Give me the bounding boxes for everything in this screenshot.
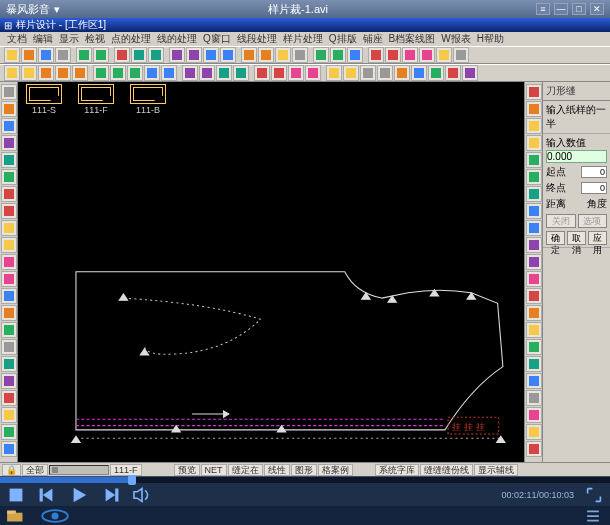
rtool-icon[interactable] [526, 237, 542, 253]
tool2-icon[interactable] [428, 65, 444, 81]
tool2-icon[interactable] [288, 65, 304, 81]
tool2-icon[interactable] [127, 65, 143, 81]
tool-pan-icon[interactable] [330, 47, 346, 63]
tool2-icon[interactable] [216, 65, 232, 81]
ltool-dim-icon[interactable] [1, 356, 17, 372]
ltool-select-icon[interactable] [1, 84, 17, 100]
thumb-111-b[interactable]: 111-B [130, 84, 166, 116]
rtool-icon[interactable] [526, 373, 542, 389]
status-seg[interactable]: 线性 [264, 464, 290, 476]
status-piece[interactable]: 111-F [110, 464, 142, 476]
volume-icon[interactable] [132, 487, 152, 503]
status-seg[interactable]: NET [201, 464, 227, 476]
rtool-icon[interactable] [526, 288, 542, 304]
rtool-icon[interactable] [526, 254, 542, 270]
rtool-icon[interactable] [526, 101, 542, 117]
ltool-point-icon[interactable] [1, 101, 17, 117]
rtool-icon[interactable] [526, 152, 542, 168]
tool-angle-icon[interactable] [385, 47, 401, 63]
status-seg[interactable]: 缝缝缝份线 [420, 464, 473, 476]
prev-icon[interactable] [36, 487, 56, 503]
menu-item[interactable]: B档案线图 [386, 32, 439, 46]
tool2-icon[interactable] [305, 65, 321, 81]
tool-text-icon[interactable] [292, 47, 308, 63]
rtool-icon[interactable] [526, 203, 542, 219]
rtool-icon[interactable] [526, 407, 542, 423]
tool2-icon[interactable] [161, 65, 177, 81]
tool2-icon[interactable] [38, 65, 54, 81]
rtool-icon[interactable] [526, 271, 542, 287]
menu-item[interactable]: 点的处理 [108, 32, 154, 46]
tool-undo-icon[interactable] [76, 47, 92, 63]
rtool-icon[interactable] [526, 339, 542, 355]
tool2-icon[interactable] [21, 65, 37, 81]
drawing-canvas[interactable]: 111-S 111-F 111-B [18, 82, 524, 462]
field-value[interactable]: 0 [581, 166, 607, 178]
tool2-icon[interactable] [271, 65, 287, 81]
status-seg[interactable]: 图形 [291, 464, 317, 476]
tool2-icon[interactable] [4, 65, 20, 81]
tool-notch-icon[interactable] [258, 47, 274, 63]
rtool-icon[interactable] [526, 322, 542, 338]
close-panel-button[interactable]: 关闭 [546, 214, 576, 228]
tool2-icon[interactable] [199, 65, 215, 81]
channel-button[interactable]: ≡ [536, 3, 550, 15]
tool2-icon[interactable] [254, 65, 270, 81]
value-input[interactable] [546, 150, 607, 163]
ok-button[interactable]: 确定 [546, 231, 565, 245]
tool-curve-icon[interactable] [186, 47, 202, 63]
ltool-move-icon[interactable] [1, 271, 17, 287]
ltool-seam-icon[interactable] [1, 373, 17, 389]
status-layer[interactable]: 全部 [22, 464, 48, 476]
rtool-icon[interactable] [526, 356, 542, 372]
menu-item[interactable]: 铺座 [360, 32, 386, 46]
maximize-button[interactable]: □ [572, 3, 586, 15]
menu-item[interactable]: W报表 [438, 32, 473, 46]
tool-point-icon[interactable] [241, 47, 257, 63]
tool2-icon[interactable] [343, 65, 359, 81]
tool-save-icon[interactable] [38, 47, 54, 63]
rtool-icon[interactable] [526, 186, 542, 202]
menu-item[interactable]: Q窗口 [200, 32, 234, 46]
field-value[interactable]: 0 [581, 182, 607, 194]
rtool-icon[interactable] [526, 135, 542, 151]
rtool-icon[interactable] [526, 305, 542, 321]
minimize-button[interactable]: — [554, 3, 568, 15]
menu-item[interactable]: 文档 [4, 32, 30, 46]
menu-item[interactable]: 样片处理 [280, 32, 326, 46]
tool2-icon[interactable] [445, 65, 461, 81]
tool-new-icon[interactable] [4, 47, 20, 63]
ltool-rect-icon[interactable] [1, 169, 17, 185]
tool-zoom-icon[interactable] [313, 47, 329, 63]
thumb-111-s[interactable]: 111-S [26, 84, 62, 116]
tool2-icon[interactable] [72, 65, 88, 81]
tool2-icon[interactable] [182, 65, 198, 81]
seek-knob[interactable] [128, 475, 136, 485]
playlist-icon[interactable] [582, 509, 604, 523]
tool2-icon[interactable] [110, 65, 126, 81]
ltool-scale-icon[interactable] [1, 254, 17, 270]
zoom-slider[interactable] [49, 465, 109, 475]
menu-item[interactable]: 线段处理 [234, 32, 280, 46]
tool-paste-icon[interactable] [148, 47, 164, 63]
menu-item[interactable]: Q排版 [326, 32, 360, 46]
ltool-extend-icon[interactable] [1, 203, 17, 219]
rtool-icon[interactable] [526, 424, 542, 440]
tool-cut-icon[interactable] [114, 47, 130, 63]
menu-item[interactable]: 编辑 [30, 32, 56, 46]
tool-rect-icon[interactable] [203, 47, 219, 63]
eye-icon[interactable] [40, 509, 70, 523]
tool-grain-icon[interactable] [275, 47, 291, 63]
ltool-mirror-icon[interactable] [1, 220, 17, 236]
tool2-icon[interactable] [377, 65, 393, 81]
rtool-icon[interactable] [526, 220, 542, 236]
status-seg[interactable]: 显示辅线 [474, 464, 518, 476]
tool-layers-icon[interactable] [436, 47, 452, 63]
tool2-icon[interactable] [326, 65, 342, 81]
rtool-icon[interactable] [526, 441, 542, 457]
tool-seam-icon[interactable] [419, 47, 435, 63]
menu-item[interactable]: 显示 [56, 32, 82, 46]
close-button[interactable]: ✕ [590, 3, 604, 15]
cancel-button[interactable]: 取消 [567, 231, 586, 245]
status-seg[interactable]: 系统字库 [375, 464, 419, 476]
